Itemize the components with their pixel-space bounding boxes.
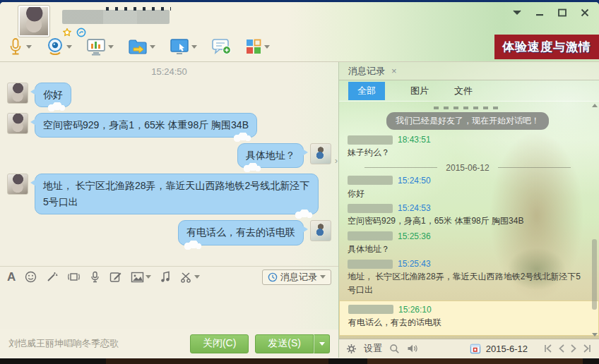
chevron-down-icon[interactable] xyxy=(264,45,270,49)
avatar[interactable] xyxy=(7,113,28,134)
footer-buttons: 关闭(C) 发送(S) xyxy=(190,334,330,353)
window-body: 15:24:50 你好空间密码929，身高1，65米 体重98斤 胸围34B具体… xyxy=(0,62,599,358)
contact-name-censored-ticks xyxy=(106,7,171,11)
desktop: 体验速度与激情 xyxy=(0,0,599,364)
history-entry-header: 15:24:50 xyxy=(348,176,588,186)
avatar[interactable] xyxy=(310,220,331,241)
search-icon[interactable] xyxy=(389,344,400,354)
chat-pane: 15:24:50 你好空间密码929，身高1，65米 体重98斤 胸围34B具体… xyxy=(0,62,339,358)
cloud-decoration-icon xyxy=(47,102,66,111)
history-date[interactable]: 2015-6-12 xyxy=(486,344,528,354)
history-toggle-button[interactable]: 消息记录 xyxy=(262,269,331,285)
emoticon-icon[interactable] xyxy=(25,271,37,283)
history-entry-header: 18:43:51 xyxy=(348,135,588,145)
group-chat-icon[interactable] xyxy=(211,37,231,56)
chevron-down-icon[interactable] xyxy=(66,45,72,49)
avatar[interactable] xyxy=(7,83,28,104)
screen-demo-icon[interactable] xyxy=(86,38,106,56)
call-toolbar xyxy=(7,37,279,56)
close-icon[interactable] xyxy=(579,8,591,18)
message-text: 你好 xyxy=(348,187,588,200)
message-time: 15:25:36 xyxy=(398,231,431,241)
settings-label[interactable]: 设置 xyxy=(364,342,382,355)
microphone-icon[interactable] xyxy=(7,37,24,56)
date-divider: 2015-06-12 xyxy=(364,163,571,173)
music-icon[interactable] xyxy=(160,271,171,283)
remote-desktop-icon[interactable] xyxy=(170,38,189,56)
history-entry: 18:43:51妹子约么？ xyxy=(348,135,588,159)
voice-record-icon[interactable] xyxy=(90,271,100,283)
panel-collapse-arrow[interactable]: › xyxy=(335,155,338,166)
sender-name-censored xyxy=(348,305,393,314)
history-scrollbar[interactable] xyxy=(591,102,598,338)
scroll-up-icon[interactable] xyxy=(592,104,598,107)
first-page-icon[interactable] xyxy=(543,344,553,353)
message-time: 15:24:50 xyxy=(398,176,431,186)
message-input[interactable] xyxy=(0,287,338,329)
sender-name-censored xyxy=(348,231,393,241)
minimize-icon[interactable] xyxy=(534,8,545,18)
clock-icon xyxy=(268,272,278,282)
message-text: 有电话么，有去的话电联 xyxy=(348,316,587,329)
chat-message-row: 地址， 长宁区北渔路28弄，靠近天山西路地铁2号线北新泾下5号口出 xyxy=(7,174,331,214)
advert-banner[interactable]: 体验速度与激情 xyxy=(494,35,599,59)
chat-footer: 刘恺威王丽坤唱响冬季恋歌 关闭(C) 发送(S) xyxy=(0,329,338,358)
send-button[interactable]: 发送(S) xyxy=(255,334,314,353)
history-toggle-label: 消息记录 xyxy=(280,271,317,284)
chevron-down-icon[interactable] xyxy=(146,275,151,279)
advert-text: 体验速度与激情 xyxy=(502,39,591,55)
magic-wand-icon[interactable] xyxy=(46,271,58,283)
send-options-button[interactable] xyxy=(314,334,330,353)
last-page-icon[interactable] xyxy=(582,344,592,353)
scroll-down-icon[interactable] xyxy=(592,333,598,336)
chevron-down-icon[interactable] xyxy=(191,45,197,49)
tab-all[interactable]: 全部 xyxy=(348,82,385,100)
history-pane: 消息记录 × 全部 图片 文件 我们已经是好友了，现在开始对话吧！ 18:43:… xyxy=(339,62,599,358)
message-time: 15:25:43 xyxy=(398,259,431,269)
scroll-thumb[interactable] xyxy=(592,239,597,310)
avatar[interactable] xyxy=(310,143,331,164)
window-shake-icon[interactable] xyxy=(67,271,81,283)
calendar-icon[interactable] xyxy=(470,343,481,354)
maximize-icon[interactable] xyxy=(557,8,568,18)
chevron-down-icon[interactable] xyxy=(26,45,32,49)
tab-files[interactable]: 文件 xyxy=(454,85,473,97)
news-ticker-link[interactable]: 刘恺威王丽坤唱响冬季恋歌 xyxy=(8,337,119,350)
menu-down-icon[interactable] xyxy=(511,8,523,18)
font-icon[interactable]: A xyxy=(7,271,16,283)
screenshot-icon[interactable] xyxy=(180,272,200,283)
date-divider-label: 2015-06-12 xyxy=(446,163,489,173)
chevron-down-icon[interactable] xyxy=(150,45,155,49)
message-time: 15:26:10 xyxy=(398,305,432,315)
history-entry-header: 15:24:53 xyxy=(348,203,588,213)
prev-page-icon[interactable] xyxy=(558,344,565,353)
gear-icon[interactable] xyxy=(346,344,357,354)
cloud-decoration-icon xyxy=(183,241,203,250)
next-page-icon[interactable] xyxy=(570,344,577,353)
chat-message-row: 你好 xyxy=(7,83,331,107)
contact-name-censored xyxy=(62,10,170,24)
compose-icon[interactable] xyxy=(109,271,121,283)
censored-line xyxy=(434,107,502,109)
apps-grid-group xyxy=(245,38,270,55)
history-entry-highlighted: 15:26:10有电话么，有去的话电联 xyxy=(339,301,599,336)
star-icon[interactable] xyxy=(62,28,72,37)
cloud-decoration-icon xyxy=(294,210,314,219)
image-icon[interactable] xyxy=(131,272,151,283)
speaker-icon[interactable] xyxy=(407,344,418,353)
chat-bubble: 地址， 长宁区北渔路28弄，靠近天山西路地铁2号线北新泾下5号口出 xyxy=(35,174,319,214)
tab-images[interactable]: 图片 xyxy=(410,85,429,97)
chevron-down-icon[interactable] xyxy=(194,275,200,279)
chevron-down-icon[interactable] xyxy=(108,45,114,49)
close-button[interactable]: 关闭(C) xyxy=(190,334,249,353)
sender-name-censored xyxy=(348,135,393,145)
apps-grid-icon[interactable] xyxy=(245,38,262,55)
contact-avatar[interactable] xyxy=(18,6,49,37)
avatar[interactable] xyxy=(7,174,28,195)
history-close-icon[interactable]: × xyxy=(391,66,397,76)
send-file-icon[interactable] xyxy=(128,38,148,55)
video-call-icon[interactable] xyxy=(46,37,64,56)
qzone-icon[interactable] xyxy=(76,28,86,37)
chat-timestamp: 15:24:50 xyxy=(0,66,338,77)
voice-call-group xyxy=(7,37,32,56)
